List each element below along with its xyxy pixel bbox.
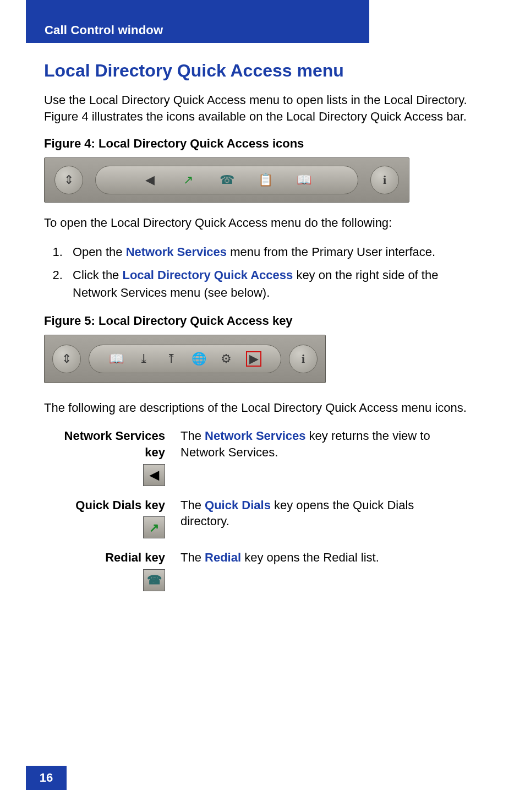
network-services-key-desc: The Network Services key returns the vie…	[176, 422, 462, 491]
network-services-link-2[interactable]: Network Services	[205, 429, 305, 443]
quick-dials-key-label: Quick Dials key	[48, 497, 165, 514]
page: Call Control window Local Directory Quic…	[0, 0, 525, 812]
quick-dials-key-icon: ↗	[143, 516, 165, 538]
descriptions-intro: The following are descriptions of the Lo…	[44, 400, 484, 416]
steps-intro: To open the Local Directory Quick Access…	[44, 215, 484, 231]
redial-link[interactable]: Redial	[205, 551, 241, 564]
network-services-link[interactable]: Network Services	[126, 245, 227, 259]
node-icon[interactable]: ⚙	[218, 351, 234, 367]
outbox-icon[interactable]: ⤒	[163, 351, 179, 367]
page-number: 16	[26, 766, 67, 790]
redial-key-desc: The Redial key opens the Redial list.	[176, 544, 462, 597]
icon-descriptions-table: Network Services key ◀ The Network Servi…	[44, 422, 462, 597]
step-1: Open the Network Services menu from the …	[66, 243, 484, 261]
intro-paragraph: Use the Local Directory Quick Access men…	[44, 92, 484, 124]
quick-access-key-highlighted[interactable]: ▶	[246, 351, 261, 367]
section-heading: Local Directory Quick Access menu	[44, 61, 484, 81]
table-row: Network Services key ◀ The Network Servi…	[44, 422, 462, 491]
table-row: Quick Dials key ↗ The Quick Dials key op…	[44, 492, 462, 544]
table-row: Redial key ☎ The Redial key opens the Re…	[44, 544, 462, 597]
header-bar: Call Control window	[26, 0, 369, 43]
inbox-icon[interactable]: ⤓	[136, 351, 151, 367]
updown-icon: ⇕	[64, 173, 74, 187]
info-icon: i	[383, 173, 386, 187]
network-services-pill: 📖 ⤓ ⤒ 🌐 ⚙ ▶	[89, 345, 281, 373]
info-button-2[interactable]: i	[289, 345, 318, 373]
book-icon[interactable]: 📖	[108, 351, 124, 367]
steps-list: Open the Network Services menu from the …	[44, 243, 484, 302]
figure4-caption: Figure 4: Local Directory Quick Access i…	[44, 137, 484, 151]
quick-dials-link[interactable]: Quick Dials	[205, 498, 271, 512]
content: Local Directory Quick Access menu Use th…	[44, 61, 484, 597]
network-services-key-icon: ◀	[143, 464, 165, 486]
quick-access-pill: ◀ ↗ ☎ 📋 📖	[95, 166, 358, 194]
globe-icon[interactable]: 🌐	[191, 351, 206, 367]
back-icon[interactable]: ◀	[142, 172, 157, 188]
quickdials-icon[interactable]: ↗	[181, 172, 196, 188]
updown-icon: ⇕	[62, 352, 72, 366]
figure5-caption: Figure 5: Local Directory Quick Access k…	[44, 314, 484, 328]
book-icon[interactable]: 📖	[296, 172, 311, 188]
local-directory-quick-access-link[interactable]: Local Directory Quick Access	[122, 268, 293, 282]
header-title: Call Control window	[45, 23, 163, 37]
step-2: Click the Local Directory Quick Access k…	[66, 266, 484, 302]
callers-icon[interactable]: 📋	[258, 172, 273, 188]
info-icon: i	[302, 352, 305, 366]
updown-button[interactable]: ⇕	[54, 166, 83, 194]
updown-button-2[interactable]: ⇕	[52, 345, 81, 373]
quick-dials-key-desc: The Quick Dials key opens the Quick Dial…	[176, 492, 462, 544]
figure4-toolbar: ⇕ ◀ ↗ ☎ 📋 📖 i	[44, 157, 409, 203]
redial-icon[interactable]: ☎	[219, 172, 234, 188]
redial-key-label: Redial key	[48, 549, 165, 566]
info-button[interactable]: i	[370, 166, 399, 194]
redial-key-icon: ☎	[143, 569, 165, 591]
figure5-toolbar: ⇕ 📖 ⤓ ⤒ 🌐 ⚙ ▶ i	[44, 335, 326, 383]
network-services-key-label: Network Services key	[48, 428, 165, 460]
